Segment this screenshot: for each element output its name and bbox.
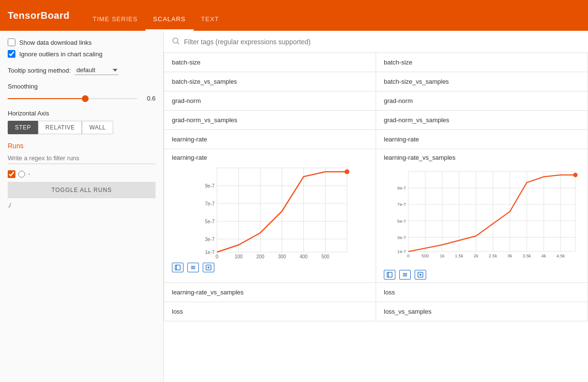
svg-text:400: 400: [300, 254, 308, 259]
tag-cell-lr-left: learning-rate: [164, 130, 376, 149]
smoothing-slider-row: 0.6: [8, 95, 156, 102]
smoothing-slider-track[interactable]: [8, 98, 137, 99]
tag-label: learning-rate: [384, 136, 419, 143]
svg-text:1.5k: 1.5k: [455, 254, 464, 258]
data-chart-button[interactable]: [187, 263, 199, 272]
main-content: batch-size batch-size batch-size_vs_samp…: [164, 31, 588, 382]
svg-text:7e-7: 7e-7: [205, 201, 214, 206]
toggle-all-runs-button[interactable]: TOGGLE ALL RUNS: [8, 182, 156, 198]
sidebar: Show data download links Ignore outliers…: [0, 31, 164, 382]
svg-text:1k: 1k: [440, 254, 444, 258]
layout: Show data download links Ignore outliers…: [0, 31, 588, 382]
ignore-outliers-row: Ignore outliers in chart scaling: [8, 50, 156, 58]
tag-label: loss: [172, 308, 183, 315]
run-dot-label: ·: [28, 169, 30, 179]
svg-text:9e-7: 9e-7: [397, 186, 406, 191]
search-bar: [164, 31, 588, 53]
expand-chart-button[interactable]: [172, 263, 183, 272]
smoothing-value: 0.6: [141, 95, 156, 102]
tag-cell-loss-vs-right: loss_vs_samples: [376, 302, 588, 321]
svg-text:1e-7: 1e-7: [397, 250, 406, 255]
tag-label: batch-size_vs_samples: [172, 78, 237, 85]
chart-icons-lr-vs: [384, 270, 580, 280]
tag-label: grad-norm: [384, 97, 413, 104]
tooltip-label: Tooltip sorting method:: [8, 67, 71, 74]
svg-point-67: [573, 173, 577, 177]
tag-label: loss: [384, 289, 395, 296]
tag-label: batch-size_vs_samples: [384, 78, 449, 85]
svg-text:3e-7: 3e-7: [205, 237, 214, 242]
ignore-outliers-label: Ignore outliers in chart scaling: [19, 51, 103, 58]
tag-cell-batch-size-right: batch-size: [376, 53, 588, 72]
smoothing-label: Smoothing: [8, 83, 156, 90]
run-radio[interactable]: [18, 171, 25, 178]
tag-cell-lr-vs-left: learning-rate_vs_samples: [164, 283, 376, 302]
svg-text:1e-7: 1e-7: [205, 250, 214, 255]
tag-cell-grad-norm-right: grad-norm: [376, 91, 588, 111]
svg-text:100: 100: [235, 254, 243, 259]
nav-item-time-series[interactable]: TIME SERIES: [85, 0, 145, 31]
svg-text:0: 0: [216, 254, 219, 259]
runs-filter-input[interactable]: [8, 153, 156, 164]
logo: TensorBoard: [8, 10, 69, 21]
tag-cell-loss-left: loss: [164, 302, 376, 321]
svg-text:300: 300: [278, 254, 286, 259]
data-chart-button-2[interactable]: [399, 270, 411, 280]
nav-item-scalars[interactable]: SCALARS: [145, 0, 194, 31]
svg-text:7e-7: 7e-7: [397, 202, 406, 207]
nav-item-text[interactable]: TEXT: [194, 0, 227, 31]
show-download-row: Show data download links: [8, 38, 156, 46]
tag-label: batch-size: [172, 59, 200, 66]
svg-point-26: [345, 169, 350, 174]
tooltip-row: Tooltip sorting method: default ascendin…: [8, 65, 156, 75]
svg-point-0: [173, 38, 178, 43]
chart-title-lr-vs: learning-rate_vs_samples: [384, 154, 580, 161]
tag-label: learning-rate_vs_samples: [172, 289, 244, 296]
tag-label: loss_vs_samples: [384, 308, 431, 315]
svg-rect-68: [387, 272, 392, 277]
chart-svg-lr-vs: 1e-7 3e-7 5e-7 7e-7 9e-7 0 500 1k 1.5k 2…: [384, 163, 580, 267]
chart-title-lr-left: learning-rate: [172, 154, 368, 161]
run-checkbox[interactable]: [8, 170, 15, 178]
zoom-chart-button-2[interactable]: [415, 270, 426, 280]
axis-relative-button[interactable]: RELATIVE: [38, 121, 82, 134]
tag-cell-grad-norm-vs-right: grad-norm_vs_samples: [376, 111, 588, 130]
svg-text:3k: 3k: [508, 254, 512, 258]
tag-label: grad-norm_vs_samples: [172, 116, 237, 124]
tag-label: learning-rate: [172, 136, 207, 143]
tag-cell-batch-size-vs-left: batch-size_vs_samples: [164, 72, 376, 91]
tag-cell-batch-size-vs-right: batch-size_vs_samples: [376, 72, 588, 91]
tag-cell-grad-norm-vs-left: grad-norm_vs_samples: [164, 111, 376, 130]
svg-text:4k: 4k: [541, 254, 546, 258]
svg-line-1: [177, 42, 179, 44]
smoothing-slider-thumb[interactable]: [82, 95, 89, 102]
svg-text:2.5k: 2.5k: [489, 254, 497, 258]
svg-rect-27: [175, 265, 180, 270]
svg-text:5e-7: 5e-7: [397, 219, 406, 224]
tooltip-select[interactable]: default ascending descending nearest: [75, 65, 118, 75]
svg-text:0: 0: [407, 254, 409, 258]
show-download-checkbox[interactable]: [8, 38, 15, 46]
svg-text:3e-7: 3e-7: [397, 235, 406, 240]
chart-icons-lr: [172, 263, 368, 272]
tag-label: batch-size: [384, 59, 412, 66]
ignore-outliers-checkbox[interactable]: [8, 50, 15, 58]
axis-step-button[interactable]: STEP: [8, 121, 38, 134]
tag-cell-loss-right: loss: [376, 283, 588, 302]
tag-cell-batch-size-left: batch-size: [164, 53, 376, 72]
search-icon: [171, 37, 180, 47]
chart-cell-lr-vs-right: learning-rate_vs_samples: [376, 149, 588, 283]
expand-chart-button-2[interactable]: [384, 270, 395, 280]
search-input[interactable]: [184, 38, 580, 46]
svg-text:500: 500: [321, 254, 329, 259]
run-name: ./: [8, 202, 156, 209]
tag-label: grad-norm: [172, 97, 201, 104]
zoom-chart-button[interactable]: [203, 263, 214, 272]
axis-wall-button[interactable]: WALL: [82, 121, 113, 134]
runs-title: Runs: [8, 142, 156, 150]
svg-text:5e-7: 5e-7: [205, 219, 214, 224]
svg-text:4.5k: 4.5k: [556, 254, 565, 258]
svg-text:2k: 2k: [474, 254, 479, 258]
axis-buttons: STEP RELATIVE WALL: [8, 121, 156, 134]
header: TensorBoard TIME SERIES SCALARS TEXT: [0, 0, 588, 31]
